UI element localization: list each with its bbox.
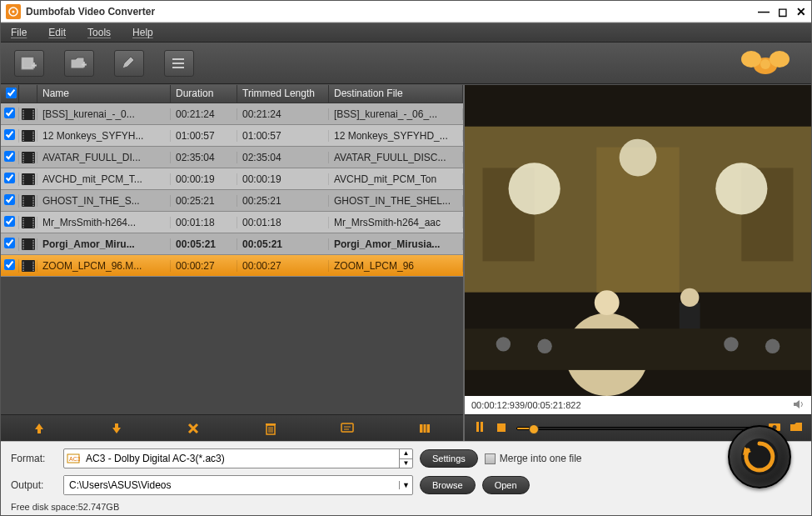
film-icon	[19, 238, 37, 250]
preview-pane: 00:00:12:939/00:05:21:822	[463, 85, 811, 441]
row-checkbox[interactable]	[1, 151, 19, 164]
row-checkbox[interactable]	[1, 238, 19, 251]
svg-rect-36	[465, 328, 811, 370]
row-trim: 00:00:19	[237, 173, 329, 185]
row-dest: 12 Monkeys_SYFYHD_...	[329, 130, 463, 142]
row-duration: 00:25:21	[171, 195, 237, 207]
move-down-button[interactable]	[105, 419, 128, 438]
svg-point-31	[620, 139, 657, 177]
svg-point-29	[509, 163, 560, 214]
header-checkbox[interactable]	[1, 85, 19, 103]
list-button[interactable]	[164, 50, 194, 77]
svg-text:AC3: AC3	[69, 456, 80, 462]
settings-button[interactable]: Settings	[420, 449, 478, 468]
file-row[interactable]: GHOST_IN_THE_S...00:25:2100:25:21GHOST_I…	[1, 190, 463, 212]
open-button[interactable]: Open	[482, 476, 530, 494]
stop-button[interactable]	[495, 423, 508, 434]
browse-button[interactable]: Browse	[420, 476, 476, 494]
output-combo[interactable]: ▼	[63, 475, 413, 495]
row-trim: 00:01:18	[237, 217, 329, 228]
preview-time: 00:00:12:939/00:05:21:822	[471, 400, 581, 410]
row-name: AVCHD_mit_PCM_T...	[37, 173, 171, 185]
move-up-button[interactable]	[27, 419, 51, 438]
add-file-button[interactable]: +	[14, 50, 44, 77]
svg-point-37	[496, 337, 511, 351]
close-button[interactable]: ✕	[796, 5, 806, 18]
merge-checkbox[interactable]: Merge into one file	[485, 453, 582, 464]
pause-button[interactable]	[473, 422, 486, 434]
app-logo-icon	[6, 4, 21, 19]
svg-point-12	[760, 59, 770, 69]
file-list-pane: Name Duration Trimmed Length Destination…	[1, 85, 463, 441]
file-row[interactable]: Porgi_Amor_Miru...00:05:2100:05:21Porgi_…	[1, 233, 463, 255]
row-duration: 00:00:27	[171, 260, 237, 272]
main-area: Name Duration Trimmed Length Destination…	[1, 84, 811, 441]
row-dest: ZOOM_LPCM_96	[329, 260, 463, 272]
header-duration[interactable]: Duration	[171, 85, 237, 103]
output-input[interactable]	[64, 476, 399, 494]
clear-button[interactable]	[259, 419, 282, 438]
row-checkbox[interactable]	[1, 194, 19, 208]
menu-bar: File Edit Tools Help	[1, 23, 811, 43]
svg-rect-18	[341, 423, 353, 432]
row-checkbox[interactable]	[1, 216, 19, 229]
film-icon	[19, 195, 37, 207]
svg-text:+: +	[32, 61, 37, 70]
file-row[interactable]: Mr_MrsSmith-h264...00:01:1800:01:18Mr_Mr…	[1, 212, 463, 233]
row-dest: [BSS]_kurenai_-_06_...	[329, 108, 463, 120]
file-row[interactable]: [BSS]_kurenai_-_0...00:21:2400:21:24[BSS…	[1, 103, 463, 125]
row-duration: 00:21:24	[171, 108, 237, 120]
row-dest: Mr_MrsSmith-h264_aac	[329, 217, 463, 228]
snapshot-folder-button[interactable]	[790, 422, 803, 434]
header-trim[interactable]: Trimmed Length	[237, 85, 329, 103]
row-checkbox[interactable]	[1, 259, 19, 273]
file-row[interactable]: AVCHD_mit_PCM_T...00:00:1900:00:19AVCHD_…	[1, 168, 463, 190]
menu-help[interactable]: Help	[132, 27, 153, 38]
row-duration: 00:01:18	[171, 217, 237, 228]
remove-button[interactable]	[182, 419, 205, 438]
file-row[interactable]: 12 Monkeys_SYFYH...01:00:5701:00:5712 Mo…	[1, 125, 463, 147]
row-checkbox[interactable]	[1, 173, 19, 186]
add-folder-button[interactable]: +	[64, 50, 94, 77]
subtitle-button[interactable]	[336, 419, 359, 438]
svg-rect-17	[266, 423, 276, 425]
maximize-button[interactable]: ◻	[778, 5, 788, 18]
output-dropdown-icon[interactable]: ▼	[399, 481, 412, 489]
row-duration: 00:05:21	[171, 238, 237, 250]
menu-tools[interactable]: Tools	[87, 27, 111, 38]
row-checkbox[interactable]	[1, 108, 19, 121]
edit-button[interactable]	[114, 50, 144, 77]
format-input[interactable]	[82, 449, 399, 468]
row-checkbox[interactable]	[1, 129, 19, 143]
row-dest: GHOST_IN_THE_SHEL...	[329, 195, 463, 207]
film-icon	[19, 217, 37, 228]
row-name: [BSS]_kurenai_-_0...	[37, 108, 171, 120]
convert-button[interactable]	[728, 425, 791, 488]
row-name: Porgi_Amor_Miru...	[37, 238, 171, 250]
row-name: Mr_MrsSmith-h264...	[37, 217, 171, 228]
file-list-header: Name Duration Trimmed Length Destination…	[1, 85, 463, 103]
row-duration: 01:00:57	[171, 130, 237, 142]
header-name[interactable]: Name	[37, 85, 171, 103]
svg-text:+: +	[82, 60, 87, 69]
format-spinner[interactable]: ▲▼	[399, 449, 412, 468]
header-dest[interactable]: Destination File	[329, 85, 463, 103]
svg-rect-43	[497, 423, 506, 432]
menu-edit[interactable]: Edit	[48, 27, 66, 38]
row-name: ZOOM_LPCM_96.M...	[37, 260, 171, 272]
format-label: Format:	[11, 453, 57, 464]
row-trim: 01:00:57	[237, 130, 329, 142]
menu-file[interactable]: File	[11, 27, 27, 38]
file-row[interactable]: ZOOM_LPCM_96.M...00:00:2700:00:27ZOOM_LP…	[1, 255, 463, 277]
format-combo[interactable]: AC3 ▲▼	[63, 448, 413, 468]
header-icon-col	[19, 85, 37, 103]
output-label: Output:	[11, 479, 57, 491]
volume-icon[interactable]	[793, 399, 805, 411]
file-row[interactable]: AVATAR_FUULL_DI...02:35:0402:35:04AVATAR…	[1, 147, 463, 168]
crop-button[interactable]	[413, 419, 436, 438]
seek-slider[interactable]	[516, 427, 760, 430]
row-trim: 02:35:04	[237, 152, 329, 163]
minimize-button[interactable]: —	[758, 5, 770, 18]
svg-point-1	[12, 10, 15, 13]
title-bar: Dumbofab Video Converter — ◻ ✕	[1, 1, 811, 23]
